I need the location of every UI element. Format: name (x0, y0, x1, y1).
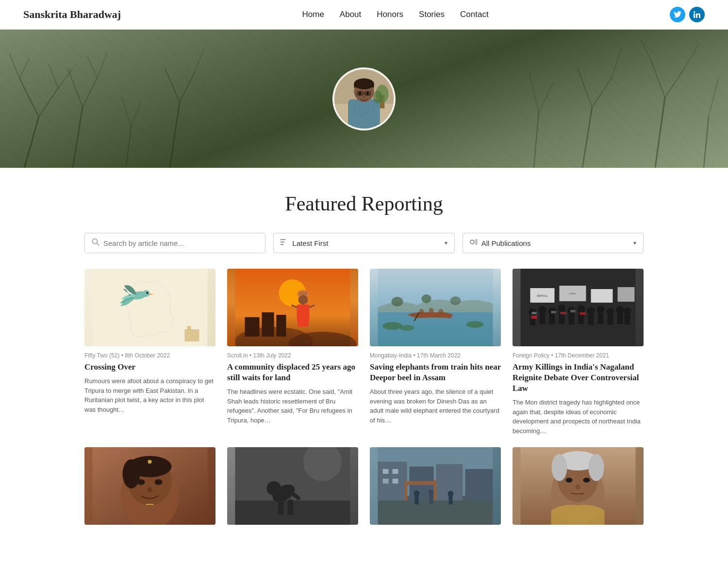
article-card-4[interactable]: REPEAL AFSPA (513, 269, 644, 436)
svg-line-20 (655, 97, 665, 168)
svg-line-2 (39, 88, 58, 117)
svg-line-10 (97, 54, 107, 78)
svg-point-43 (365, 112, 367, 113)
svg-line-25 (704, 117, 709, 168)
article-card-2[interactable]: Scroll.in • 13th July 2022 A community d… (227, 269, 358, 436)
svg-rect-102 (618, 287, 635, 302)
svg-rect-101 (591, 289, 613, 303)
svg-line-18 (592, 78, 612, 107)
svg-point-95 (450, 296, 461, 305)
social-links (670, 7, 705, 22)
svg-rect-156 (393, 469, 398, 474)
svg-line-0 (24, 117, 39, 168)
svg-rect-112 (569, 314, 575, 324)
svg-point-115 (587, 307, 595, 315)
svg-line-15 (194, 49, 204, 73)
site-brand[interactable]: Sanskrita Bharadwaj (23, 8, 121, 21)
publications-dropdown[interactable]: All Publications ▾ (463, 233, 644, 253)
svg-point-173 (589, 454, 604, 481)
svg-point-139 (148, 460, 152, 464)
svg-point-94 (422, 294, 431, 303)
svg-point-52 (366, 92, 369, 95)
svg-rect-70 (185, 329, 199, 341)
svg-point-176 (576, 485, 580, 490)
article-meta-1: Fifty Two (52) • 8th October 2022 (84, 352, 215, 359)
article-excerpt-4: The Mon district tragedy has highlighted… (513, 398, 644, 436)
article-card-1[interactable]: Fifty Two (52) • 8th October 2022 Crossi… (84, 269, 215, 436)
nav-about[interactable]: About (340, 10, 361, 19)
article-card-3[interactable]: Mongabay-India • 17th March 2022 Saving … (370, 269, 501, 436)
svg-rect-35 (348, 99, 380, 128)
nav-contact[interactable]: Contact (460, 10, 489, 19)
article-thumb-1 (84, 269, 215, 346)
article-title-2: A community displaced 25 years ago still… (227, 362, 358, 383)
article-card-6[interactable] (227, 447, 358, 531)
section-title: Featured Reporting (84, 192, 644, 215)
svg-point-62 (470, 240, 474, 244)
svg-point-46 (354, 78, 374, 89)
svg-point-113 (578, 305, 585, 313)
article-meta-2: Scroll.in • 13th July 2022 (227, 352, 358, 359)
svg-rect-162 (430, 495, 433, 504)
publications-chevron-icon: ▾ (633, 240, 636, 247)
svg-line-32 (131, 102, 141, 127)
svg-point-42 (361, 114, 363, 116)
svg-line-28 (529, 73, 539, 112)
svg-point-81 (298, 295, 308, 305)
svg-line-9 (83, 78, 97, 107)
twitter-icon[interactable] (670, 7, 685, 22)
svg-point-119 (607, 308, 614, 316)
svg-line-30 (126, 127, 131, 168)
svg-line-5 (49, 64, 58, 88)
svg-rect-47 (354, 83, 374, 87)
svg-line-26 (709, 78, 718, 117)
article-excerpt-2: The headlines were ecstatic. One said, "… (227, 387, 358, 425)
svg-line-8 (68, 68, 83, 107)
avatar (332, 67, 396, 130)
svg-line-27 (534, 112, 539, 168)
svg-rect-126 (561, 312, 566, 314)
svg-rect-118 (598, 313, 604, 324)
nav-home[interactable]: Home (302, 10, 324, 19)
article-thumb-6 (227, 447, 358, 525)
nav-honors[interactable]: Honors (377, 10, 403, 19)
search-input[interactable] (103, 239, 258, 247)
svg-rect-167 (405, 481, 437, 485)
svg-point-121 (616, 306, 624, 314)
svg-rect-80 (299, 292, 307, 295)
svg-point-105 (539, 306, 546, 314)
svg-rect-120 (608, 315, 613, 325)
svg-point-57 (93, 239, 98, 244)
svg-line-14 (180, 73, 194, 102)
svg-point-123 (624, 307, 631, 315)
article-thumb-3 (370, 269, 501, 346)
article-card-5[interactable] (84, 447, 215, 531)
svg-point-68 (143, 290, 150, 297)
article-title-3: Saving elephants from train hits near De… (370, 362, 501, 383)
svg-point-87 (400, 325, 414, 331)
svg-line-13 (165, 68, 180, 102)
article-card-8[interactable] (513, 447, 644, 531)
svg-point-56 (373, 90, 382, 103)
search-icon (92, 238, 99, 248)
svg-point-36 (354, 105, 356, 107)
nav-stories[interactable]: Stories (419, 10, 445, 19)
svg-rect-158 (393, 479, 398, 484)
svg-rect-155 (383, 469, 389, 474)
svg-rect-116 (588, 314, 594, 325)
article-card-7[interactable] (370, 447, 501, 531)
svg-rect-125 (531, 316, 537, 319)
article-thumb-7 (370, 447, 501, 525)
article-meta-4: Foreign Policy • 17th December 2021 (513, 352, 644, 359)
svg-line-4 (19, 59, 29, 78)
svg-line-16 (582, 107, 592, 168)
sort-dropdown[interactable]: Latest First ▾ (273, 233, 454, 253)
search-bar[interactable] (84, 233, 265, 253)
main-content: Featured Reporting Late (73, 168, 655, 560)
svg-point-93 (392, 297, 403, 307)
svg-line-11 (87, 56, 97, 78)
svg-point-161 (429, 489, 434, 495)
svg-point-86 (383, 322, 402, 330)
nav-links: Home About Honors Stories Contact (302, 10, 488, 19)
linkedin-icon[interactable] (689, 7, 705, 22)
